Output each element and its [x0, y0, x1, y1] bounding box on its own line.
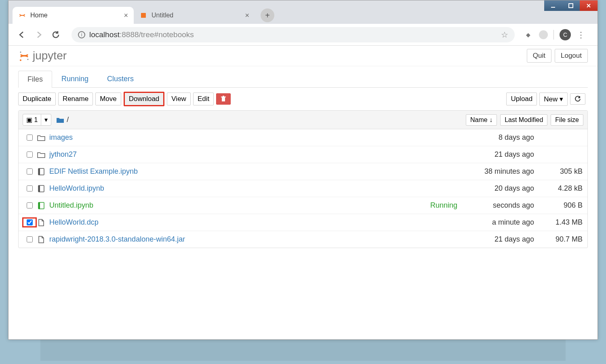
- select-all-group[interactable]: ▣ 1 ▾: [23, 114, 51, 126]
- caret-down-icon: ▾: [44, 116, 48, 124]
- refresh-icon: [574, 96, 581, 102]
- delete-button[interactable]: [216, 93, 231, 105]
- sort-modified-button[interactable]: Last Modified: [500, 114, 547, 126]
- quit-button[interactable]: Quit: [527, 49, 551, 63]
- sort-name-button[interactable]: Name ↓: [466, 114, 497, 126]
- row-checkbox-wrap: [23, 168, 36, 175]
- folder-icon: [36, 135, 47, 141]
- tab-close-icon[interactable]: ×: [245, 11, 249, 20]
- breadcrumb[interactable]: /: [56, 116, 69, 124]
- upload-button[interactable]: Upload: [506, 93, 537, 105]
- file-row: HelloWorld.dcpa minute ago1.43 MB: [19, 214, 587, 231]
- modified-text: 21 days ago: [461, 235, 534, 244]
- svg-point-5: [20, 59, 21, 61]
- file-row: rapidwright-2018.3.0-standalone-win64.ja…: [19, 231, 587, 248]
- window-close-button[interactable]: [580, 0, 598, 11]
- jupyter-logo[interactable]: jupyter: [18, 49, 67, 62]
- logout-button[interactable]: Logout: [555, 49, 588, 63]
- file-row: EDIF Netlist Example.ipynb38 minutes ago…: [19, 163, 587, 180]
- forward-button[interactable]: [32, 28, 46, 42]
- row-checkbox[interactable]: [27, 151, 33, 158]
- browser-window: Home × Untitled × + i localhost:8888/tre…: [8, 0, 598, 340]
- trash-icon: [221, 96, 226, 102]
- logo-text: jupyter: [33, 49, 67, 62]
- select-dropdown[interactable]: ▾: [41, 114, 51, 125]
- extension-icon-1[interactable]: ◆: [524, 30, 532, 39]
- tab-title: Untitled: [152, 12, 173, 19]
- tab-running[interactable]: Running: [52, 70, 98, 87]
- folder-icon: [56, 117, 64, 123]
- file-row: images8 days ago: [19, 129, 587, 146]
- download-button[interactable]: Download: [124, 92, 165, 106]
- browser-tab-home[interactable]: Home ×: [13, 7, 134, 24]
- row-checkbox[interactable]: [27, 135, 33, 141]
- row-checkbox[interactable]: [27, 219, 33, 225]
- row-checkbox-wrap: [23, 135, 36, 141]
- modified-text: 21 days ago: [461, 150, 534, 159]
- new-dropdown-button[interactable]: New ▾: [539, 93, 568, 106]
- row-checkbox[interactable]: [27, 202, 33, 208]
- back-button[interactable]: [15, 28, 29, 42]
- file-icon: [36, 236, 47, 243]
- svg-rect-10: [38, 168, 40, 175]
- page-content: jupyter Quit Logout Files Running Cluste…: [8, 46, 598, 339]
- move-button[interactable]: Move: [95, 93, 121, 105]
- file-link[interactable]: Untitled.ipynb: [49, 201, 93, 210]
- row-checkbox[interactable]: [27, 168, 33, 175]
- site-info-icon[interactable]: i: [78, 31, 85, 38]
- folder-icon: [36, 151, 47, 158]
- file-list: ▣ 1 ▾ / Name ↓ Last Modified File size i…: [18, 110, 588, 248]
- sort-size-button[interactable]: File size: [551, 114, 583, 126]
- window-titlebar: [544, 0, 598, 11]
- svg-rect-1: [569, 4, 573, 8]
- address-bar[interactable]: i localhost:8888/tree#notebooks ☆: [72, 27, 515, 42]
- bookmark-star-icon[interactable]: ☆: [501, 30, 508, 40]
- size-text: 906 B: [534, 201, 583, 210]
- rename-button[interactable]: Rename: [58, 93, 93, 105]
- reload-button[interactable]: [49, 28, 63, 42]
- window-minimize-button[interactable]: [544, 0, 562, 11]
- file-row: jython2721 days ago: [19, 146, 587, 163]
- browser-toolbar: i localhost:8888/tree#notebooks ☆ ◆ C ⋮: [8, 24, 598, 46]
- view-button[interactable]: View: [167, 93, 191, 105]
- tab-clusters[interactable]: Clusters: [98, 70, 143, 87]
- size-text: 4.28 kB: [534, 184, 583, 193]
- row-checkbox-wrap: [23, 202, 36, 208]
- browser-tabstrip: Home × Untitled × +: [8, 0, 598, 24]
- file-link[interactable]: rapidwright-2018.3.0-standalone-win64.ja…: [49, 235, 185, 244]
- profile-avatar[interactable]: C: [560, 29, 571, 40]
- file-row: HelloWorld.ipynb20 days ago4.28 kB: [19, 180, 587, 197]
- new-tab-button[interactable]: +: [261, 8, 274, 22]
- svg-rect-2: [141, 13, 146, 18]
- file-actions-toolbar: Duplicate Rename Move Download View Edit…: [8, 88, 598, 110]
- duplicate-button[interactable]: Duplicate: [18, 93, 56, 105]
- modified-text: seconds ago: [461, 201, 534, 210]
- extension-icon-2[interactable]: [539, 30, 548, 39]
- selected-count: 1: [34, 116, 38, 124]
- jupyter-favicon-icon: [18, 11, 26, 19]
- row-checkbox[interactable]: [27, 185, 33, 191]
- browser-menu-button[interactable]: ⋮: [574, 28, 588, 42]
- tab-close-icon[interactable]: ×: [124, 11, 128, 20]
- file-link[interactable]: jython27: [49, 150, 77, 159]
- row-checkbox[interactable]: [27, 236, 33, 242]
- notebook-favicon-icon: [139, 11, 147, 19]
- tab-files[interactable]: Files: [18, 71, 52, 88]
- edit-button[interactable]: Edit: [193, 93, 214, 105]
- notebook-running-icon: [36, 202, 47, 209]
- file-link[interactable]: HelloWorld.ipynb: [49, 184, 104, 193]
- sort-down-icon: ↓: [489, 116, 492, 123]
- modified-text: 20 days ago: [461, 184, 534, 193]
- refresh-button[interactable]: [570, 93, 585, 105]
- window-maximize-button[interactable]: [562, 0, 580, 11]
- file-link[interactable]: images: [49, 133, 73, 142]
- browser-tab-untitled[interactable]: Untitled ×: [134, 7, 255, 24]
- size-text: 1.43 MB: [534, 218, 583, 227]
- separator: [553, 30, 554, 40]
- file-link[interactable]: HelloWorld.dcp: [49, 218, 99, 227]
- row-checkbox-wrap: [23, 236, 36, 242]
- svg-rect-8: [223, 96, 224, 97]
- file-link[interactable]: EDIF Netlist Example.ipynb: [49, 167, 138, 176]
- svg-rect-14: [38, 202, 40, 209]
- svg-point-3: [20, 52, 21, 53]
